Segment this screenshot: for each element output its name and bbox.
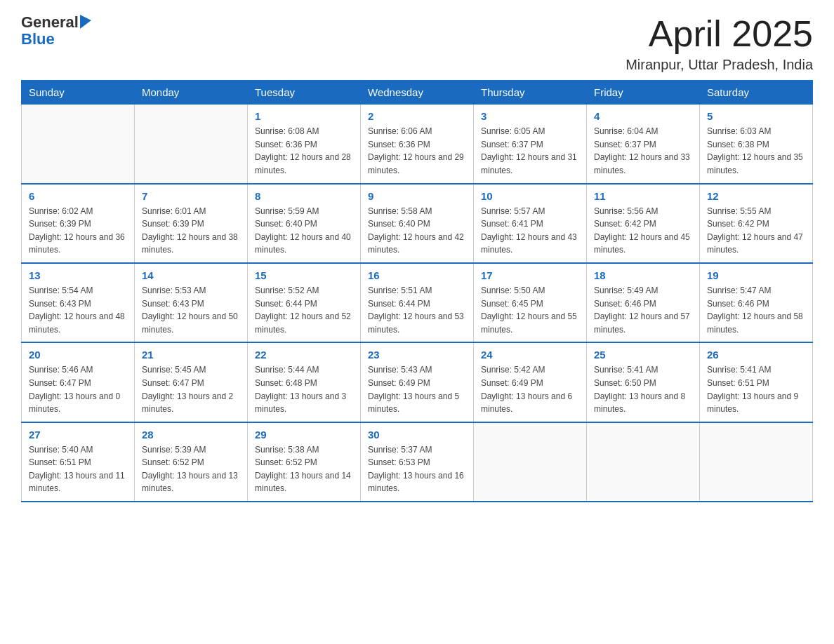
calendar-cell: 19 Sunrise: 5:47 AMSunset: 6:46 PMDaylig… <box>700 263 813 342</box>
calendar-cell: 24 Sunrise: 5:42 AMSunset: 6:49 PMDaylig… <box>474 342 587 422</box>
calendar-cell <box>474 422 587 502</box>
day-number: 27 <box>29 429 127 441</box>
calendar-cell: 13 Sunrise: 5:54 AMSunset: 6:43 PMDaylig… <box>22 263 135 342</box>
calendar-cell: 10 Sunrise: 5:57 AMSunset: 6:41 PMDaylig… <box>474 184 587 263</box>
day-number: 13 <box>29 269 127 281</box>
logo-blue: Blue <box>21 31 94 48</box>
weekday-header-sunday: Sunday <box>22 81 135 105</box>
calendar-cell <box>587 422 700 502</box>
day-number: 9 <box>368 190 466 202</box>
weekday-header-saturday: Saturday <box>700 81 813 105</box>
day-number: 6 <box>29 190 127 202</box>
day-number: 19 <box>707 269 805 281</box>
day-number: 3 <box>481 110 579 122</box>
day-info: Sunrise: 5:49 AMSunset: 6:46 PMDaylight:… <box>594 284 692 336</box>
day-info: Sunrise: 5:46 AMSunset: 6:47 PMDaylight:… <box>29 363 127 415</box>
day-number: 30 <box>368 429 466 441</box>
day-info: Sunrise: 5:43 AMSunset: 6:49 PMDaylight:… <box>368 363 466 415</box>
svg-marker-0 <box>80 15 91 29</box>
day-number: 24 <box>481 349 579 361</box>
day-info: Sunrise: 5:51 AMSunset: 6:44 PMDaylight:… <box>368 284 466 336</box>
day-number: 26 <box>707 349 805 361</box>
day-number: 10 <box>481 190 579 202</box>
day-number: 14 <box>142 269 240 281</box>
day-info: Sunrise: 6:02 AMSunset: 6:39 PMDaylight:… <box>29 205 127 257</box>
calendar-cell: 18 Sunrise: 5:49 AMSunset: 6:46 PMDaylig… <box>587 263 700 342</box>
day-info: Sunrise: 5:53 AMSunset: 6:43 PMDaylight:… <box>142 284 240 336</box>
weekday-header-row: SundayMondayTuesdayWednesdayThursdayFrid… <box>22 81 813 105</box>
day-info: Sunrise: 6:08 AMSunset: 6:36 PMDaylight:… <box>255 125 353 177</box>
day-info: Sunrise: 5:54 AMSunset: 6:43 PMDaylight:… <box>29 284 127 336</box>
calendar-cell: 4 Sunrise: 6:04 AMSunset: 6:37 PMDayligh… <box>587 105 700 184</box>
day-info: Sunrise: 6:05 AMSunset: 6:37 PMDaylight:… <box>481 125 579 177</box>
title-block: April 2025 Miranpur, Uttar Pradesh, Indi… <box>626 14 813 73</box>
calendar-cell: 11 Sunrise: 5:56 AMSunset: 6:42 PMDaylig… <box>587 184 700 263</box>
calendar-week-row-3: 13 Sunrise: 5:54 AMSunset: 6:43 PMDaylig… <box>22 263 813 342</box>
day-info: Sunrise: 5:52 AMSunset: 6:44 PMDaylight:… <box>255 284 353 336</box>
day-info: Sunrise: 5:41 AMSunset: 6:51 PMDaylight:… <box>707 363 805 415</box>
logo-general: General <box>21 14 79 31</box>
weekday-header-monday: Monday <box>135 81 248 105</box>
day-number: 4 <box>594 110 692 122</box>
weekday-header-friday: Friday <box>587 81 700 105</box>
day-number: 21 <box>142 349 240 361</box>
calendar-cell: 16 Sunrise: 5:51 AMSunset: 6:44 PMDaylig… <box>361 263 474 342</box>
day-number: 5 <box>707 110 805 122</box>
calendar-cell: 5 Sunrise: 6:03 AMSunset: 6:38 PMDayligh… <box>700 105 813 184</box>
day-info: Sunrise: 5:44 AMSunset: 6:48 PMDaylight:… <box>255 363 353 415</box>
day-info: Sunrise: 5:58 AMSunset: 6:40 PMDaylight:… <box>368 205 466 257</box>
calendar-cell <box>135 105 248 184</box>
calendar-cell: 22 Sunrise: 5:44 AMSunset: 6:48 PMDaylig… <box>248 342 361 422</box>
calendar-week-row-5: 27 Sunrise: 5:40 AMSunset: 6:51 PMDaylig… <box>22 422 813 502</box>
day-number: 15 <box>255 269 353 281</box>
weekday-header-wednesday: Wednesday <box>361 81 474 105</box>
day-number: 22 <box>255 349 353 361</box>
calendar-table: SundayMondayTuesdayWednesdayThursdayFrid… <box>21 80 813 502</box>
day-info: Sunrise: 5:38 AMSunset: 6:52 PMDaylight:… <box>255 443 353 495</box>
day-number: 16 <box>368 269 466 281</box>
calendar-cell: 17 Sunrise: 5:50 AMSunset: 6:45 PMDaylig… <box>474 263 587 342</box>
day-number: 11 <box>594 190 692 202</box>
day-number: 12 <box>707 190 805 202</box>
day-info: Sunrise: 5:41 AMSunset: 6:50 PMDaylight:… <box>594 363 692 415</box>
calendar-cell: 1 Sunrise: 6:08 AMSunset: 6:36 PMDayligh… <box>248 105 361 184</box>
day-number: 7 <box>142 190 240 202</box>
calendar-cell: 25 Sunrise: 5:41 AMSunset: 6:50 PMDaylig… <box>587 342 700 422</box>
calendar-cell <box>22 105 135 184</box>
calendar-cell: 28 Sunrise: 5:39 AMSunset: 6:52 PMDaylig… <box>135 422 248 502</box>
day-info: Sunrise: 5:56 AMSunset: 6:42 PMDaylight:… <box>594 205 692 257</box>
month-title: April 2025 <box>626 14 813 54</box>
day-info: Sunrise: 5:55 AMSunset: 6:42 PMDaylight:… <box>707 205 805 257</box>
calendar-cell <box>700 422 813 502</box>
calendar-cell: 8 Sunrise: 5:59 AMSunset: 6:40 PMDayligh… <box>248 184 361 263</box>
day-number: 17 <box>481 269 579 281</box>
day-info: Sunrise: 5:37 AMSunset: 6:53 PMDaylight:… <box>368 443 466 495</box>
weekday-header-tuesday: Tuesday <box>248 81 361 105</box>
calendar-cell: 6 Sunrise: 6:02 AMSunset: 6:39 PMDayligh… <box>22 184 135 263</box>
calendar-week-row-2: 6 Sunrise: 6:02 AMSunset: 6:39 PMDayligh… <box>22 184 813 263</box>
calendar-cell: 14 Sunrise: 5:53 AMSunset: 6:43 PMDaylig… <box>135 263 248 342</box>
page-header: General Blue April 2025 Miranpur, Uttar … <box>21 14 813 73</box>
calendar-cell: 15 Sunrise: 5:52 AMSunset: 6:44 PMDaylig… <box>248 263 361 342</box>
calendar-cell: 29 Sunrise: 5:38 AMSunset: 6:52 PMDaylig… <box>248 422 361 502</box>
calendar-cell: 21 Sunrise: 5:45 AMSunset: 6:47 PMDaylig… <box>135 342 248 422</box>
day-info: Sunrise: 6:01 AMSunset: 6:39 PMDaylight:… <box>142 205 240 257</box>
day-number: 23 <box>368 349 466 361</box>
day-number: 20 <box>29 349 127 361</box>
calendar-cell: 2 Sunrise: 6:06 AMSunset: 6:36 PMDayligh… <box>361 105 474 184</box>
day-number: 18 <box>594 269 692 281</box>
day-info: Sunrise: 5:42 AMSunset: 6:49 PMDaylight:… <box>481 363 579 415</box>
calendar-cell: 27 Sunrise: 5:40 AMSunset: 6:51 PMDaylig… <box>22 422 135 502</box>
calendar-cell: 23 Sunrise: 5:43 AMSunset: 6:49 PMDaylig… <box>361 342 474 422</box>
calendar-cell: 3 Sunrise: 6:05 AMSunset: 6:37 PMDayligh… <box>474 105 587 184</box>
day-info: Sunrise: 5:57 AMSunset: 6:41 PMDaylight:… <box>481 205 579 257</box>
day-info: Sunrise: 6:04 AMSunset: 6:37 PMDaylight:… <box>594 125 692 177</box>
day-info: Sunrise: 5:39 AMSunset: 6:52 PMDaylight:… <box>142 443 240 495</box>
day-number: 2 <box>368 110 466 122</box>
day-info: Sunrise: 5:50 AMSunset: 6:45 PMDaylight:… <box>481 284 579 336</box>
day-info: Sunrise: 5:40 AMSunset: 6:51 PMDaylight:… <box>29 443 127 495</box>
location-title: Miranpur, Uttar Pradesh, India <box>626 57 813 73</box>
calendar-cell: 9 Sunrise: 5:58 AMSunset: 6:40 PMDayligh… <box>361 184 474 263</box>
weekday-header-thursday: Thursday <box>474 81 587 105</box>
calendar-cell: 7 Sunrise: 6:01 AMSunset: 6:39 PMDayligh… <box>135 184 248 263</box>
